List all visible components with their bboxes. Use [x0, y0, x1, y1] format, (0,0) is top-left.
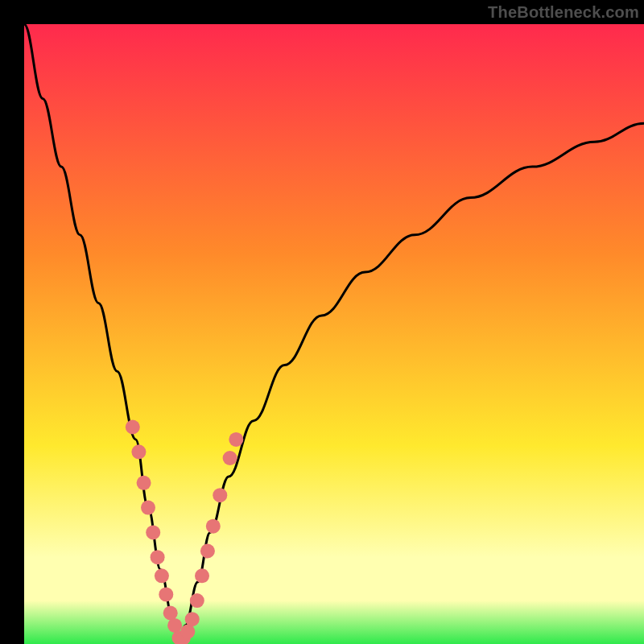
data-marker — [229, 432, 243, 447]
data-marker — [167, 618, 182, 633]
data-marker — [163, 606, 178, 621]
data-marker — [131, 444, 146, 459]
marker-layer — [126, 420, 243, 645]
bottleneck-curve — [24, 24, 644, 644]
watermark-text: TheBottleneck.com — [488, 3, 639, 22]
data-marker — [223, 451, 237, 465]
data-marker — [180, 625, 195, 639]
data-marker — [141, 501, 155, 515]
curve-layer — [24, 24, 644, 644]
data-marker — [151, 550, 165, 564]
data-marker — [213, 488, 227, 502]
chart-frame: TheBottleneck.com — [0, 0, 644, 644]
data-marker — [137, 476, 151, 490]
data-marker — [159, 587, 173, 601]
data-marker — [155, 568, 169, 583]
chart-svg — [24, 24, 644, 644]
data-marker — [126, 420, 140, 435]
data-marker — [195, 568, 209, 583]
plot-area — [24, 24, 644, 644]
data-marker — [146, 525, 160, 539]
data-marker — [200, 544, 215, 559]
data-marker — [206, 519, 221, 534]
data-marker — [190, 593, 204, 608]
data-marker — [185, 612, 200, 626]
